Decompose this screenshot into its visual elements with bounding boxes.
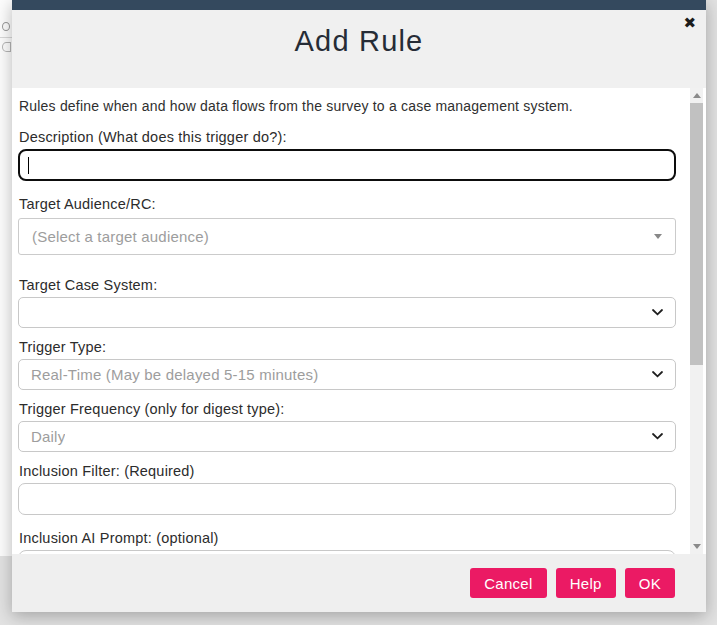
inclusion-ai-prompt-textarea[interactable] bbox=[18, 550, 676, 554]
scrollbar-thumb[interactable] bbox=[690, 103, 703, 365]
trigger-frequency-selected-value: Daily bbox=[31, 428, 65, 445]
chevron-down-icon bbox=[652, 433, 663, 440]
modal-header: Add Rule ✖ bbox=[12, 10, 706, 88]
help-button[interactable]: Help bbox=[556, 568, 616, 598]
modal-scrollbar[interactable] bbox=[690, 88, 703, 554]
background-fragment bbox=[0, 37, 12, 38]
trigger-type-selected-value: Real-Time (May be delayed 5-15 minutes) bbox=[31, 366, 318, 383]
target-audience-selected-value: (Select a target audience) bbox=[32, 228, 209, 245]
modal-footer: Cancel Help OK bbox=[12, 554, 706, 612]
intro-text: Rules define when and how data flows fro… bbox=[19, 98, 672, 114]
background-fragment bbox=[2, 22, 10, 31]
background-fragment bbox=[2, 42, 11, 52]
dropdown-arrow-icon bbox=[654, 234, 662, 239]
close-icon[interactable]: ✖ bbox=[683, 16, 696, 31]
trigger-frequency-select[interactable]: Daily bbox=[18, 421, 676, 452]
modal-body: Rules define when and how data flows fro… bbox=[12, 88, 706, 554]
target-audience-label: Target Audience/RC: bbox=[19, 196, 672, 212]
scrollbar-up-arrow-icon[interactable] bbox=[690, 89, 703, 102]
ok-button[interactable]: OK bbox=[625, 568, 675, 598]
target-audience-select[interactable]: (Select a target audience) bbox=[18, 218, 676, 255]
inclusion-filter-input[interactable] bbox=[18, 483, 676, 515]
target-case-system-select[interactable] bbox=[18, 297, 676, 328]
trigger-type-label: Trigger Type: bbox=[19, 339, 672, 355]
description-label: Description (What does this trigger do?)… bbox=[19, 129, 672, 145]
background-page-sliver bbox=[0, 0, 12, 556]
description-input[interactable] bbox=[18, 149, 676, 181]
inclusion-filter-label: Inclusion Filter: (Required) bbox=[19, 463, 672, 479]
chevron-down-icon bbox=[652, 371, 663, 378]
trigger-frequency-label: Trigger Frequency (only for digest type)… bbox=[19, 401, 672, 417]
scrollbar-down-arrow-icon[interactable] bbox=[690, 540, 703, 553]
cancel-button[interactable]: Cancel bbox=[470, 568, 547, 598]
chevron-down-icon bbox=[652, 309, 663, 316]
modal-top-accent-bar bbox=[12, 0, 706, 10]
add-rule-modal: Add Rule ✖ Rules define when and how dat… bbox=[12, 0, 706, 612]
trigger-type-select[interactable]: Real-Time (May be delayed 5-15 minutes) bbox=[18, 359, 676, 390]
text-caret bbox=[28, 157, 29, 174]
target-case-system-label: Target Case System: bbox=[19, 277, 672, 293]
modal-title: Add Rule bbox=[295, 10, 424, 58]
inclusion-ai-prompt-label: Inclusion AI Prompt: (optional) bbox=[19, 530, 672, 546]
